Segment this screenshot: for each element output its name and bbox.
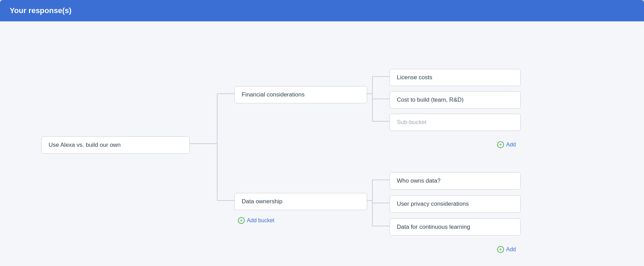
branch1-add-icon: + [497,141,504,148]
branch1-box: Financial considerations [234,86,367,103]
leaf2-1-box: Who owns data? [390,172,521,190]
branch1-label: Financial considerations [242,91,304,98]
branch1-add-link[interactable]: + Add [496,141,516,148]
leaf2-3-box: Data for continuous learning [390,218,521,236]
leaf2-2-box: User privacy considerations [390,195,521,213]
leaf2-3-node: Data for continuous learning [390,218,521,236]
add-bucket-icon: + [238,217,245,224]
leaf2-1-label: Who owns data? [397,177,441,184]
leaf1-1-node: License costs [390,69,521,86]
header: Your response(s) [0,0,644,21]
root-node: Use Alexa vs. build our own [41,136,190,154]
leaf2-1-node: Who owns data? [390,172,521,190]
branch2-add-link[interactable]: + Add [496,246,516,253]
main-card: Your response(s) [0,0,644,266]
branch1-add[interactable]: + Add [496,139,516,148]
leaf2-2-label: User privacy considerations [397,201,469,207]
branch2-add-icon: + [497,246,504,253]
leaf1-2-node: Cost to build (team, R&D) [390,91,521,109]
root-node-box: Use Alexa vs. build our own [41,136,190,154]
branch2-box: Data ownership [234,193,367,210]
branch1-node: Financial considerations [234,86,367,103]
leaf1-1-label: License costs [397,74,432,81]
leaf1-3-box: Sub-bucket [390,114,521,131]
branch2-add-label: Add [506,246,516,253]
diagram: Use Alexa vs. build our own Financial co… [21,35,623,266]
add-bucket[interactable]: + Add bucket [237,214,274,224]
leaf1-2-box: Cost to build (team, R&D) [390,91,521,109]
leaf1-3-label: Sub-bucket [397,119,426,125]
branch1-add-label: Add [506,142,516,148]
root-node-label: Use Alexa vs. build our own [49,142,121,148]
add-bucket-link[interactable]: + Add bucket [237,217,274,224]
leaf1-1-box: License costs [390,69,521,86]
header-title: Your response(s) [10,6,71,15]
leaf2-2-node: User privacy considerations [390,195,521,213]
leaf1-2-label: Cost to build (team, R&D) [397,96,464,103]
leaf1-3-node: Sub-bucket [390,114,521,131]
branch2-add[interactable]: + Add [496,243,516,253]
leaf2-3-label: Data for continuous learning [397,224,470,230]
content-area: Use Alexa vs. build our own Financial co… [0,21,644,266]
branch2-node: Data ownership [234,193,367,210]
add-bucket-label: Add bucket [247,217,274,224]
branch2-label: Data ownership [242,198,282,205]
